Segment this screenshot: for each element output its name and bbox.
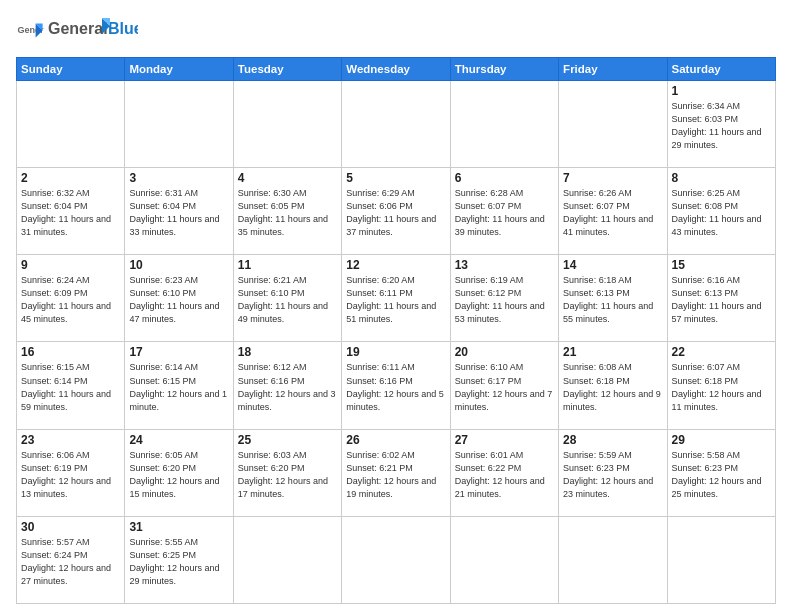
day-info: Sunrise: 6:10 AMSunset: 6:17 PMDaylight:… [455, 361, 554, 413]
table-row: 18Sunrise: 6:12 AMSunset: 6:16 PMDayligh… [233, 342, 341, 429]
col-saturday: Saturday [667, 58, 775, 81]
day-number: 3 [129, 171, 228, 185]
col-friday: Friday [559, 58, 667, 81]
table-row: 8Sunrise: 6:25 AMSunset: 6:08 PMDaylight… [667, 168, 775, 255]
day-info: Sunrise: 6:26 AMSunset: 6:07 PMDaylight:… [563, 187, 662, 239]
day-number: 22 [672, 345, 771, 359]
day-info: Sunrise: 6:14 AMSunset: 6:15 PMDaylight:… [129, 361, 228, 413]
svg-text:General: General [48, 20, 108, 37]
day-info: Sunrise: 6:16 AMSunset: 6:13 PMDaylight:… [672, 274, 771, 326]
table-row: 17Sunrise: 6:14 AMSunset: 6:15 PMDayligh… [125, 342, 233, 429]
day-info: Sunrise: 5:58 AMSunset: 6:23 PMDaylight:… [672, 449, 771, 501]
table-row: 3Sunrise: 6:31 AMSunset: 6:04 PMDaylight… [125, 168, 233, 255]
table-row: 29Sunrise: 5:58 AMSunset: 6:23 PMDayligh… [667, 429, 775, 516]
day-info: Sunrise: 6:23 AMSunset: 6:10 PMDaylight:… [129, 274, 228, 326]
day-info: Sunrise: 6:12 AMSunset: 6:16 PMDaylight:… [238, 361, 337, 413]
table-row: 27Sunrise: 6:01 AMSunset: 6:22 PMDayligh… [450, 429, 558, 516]
table-row: 15Sunrise: 6:16 AMSunset: 6:13 PMDayligh… [667, 255, 775, 342]
table-row [342, 516, 450, 603]
day-info: Sunrise: 6:24 AMSunset: 6:09 PMDaylight:… [21, 274, 120, 326]
day-info: Sunrise: 6:29 AMSunset: 6:06 PMDaylight:… [346, 187, 445, 239]
table-row: 12Sunrise: 6:20 AMSunset: 6:11 PMDayligh… [342, 255, 450, 342]
table-row: 11Sunrise: 6:21 AMSunset: 6:10 PMDayligh… [233, 255, 341, 342]
day-info: Sunrise: 6:03 AMSunset: 6:20 PMDaylight:… [238, 449, 337, 501]
day-info: Sunrise: 6:34 AMSunset: 6:03 PMDaylight:… [672, 100, 771, 152]
day-info: Sunrise: 6:02 AMSunset: 6:21 PMDaylight:… [346, 449, 445, 501]
day-number: 17 [129, 345, 228, 359]
table-row: 2Sunrise: 6:32 AMSunset: 6:04 PMDaylight… [17, 168, 125, 255]
table-row: 16Sunrise: 6:15 AMSunset: 6:14 PMDayligh… [17, 342, 125, 429]
day-number: 15 [672, 258, 771, 272]
day-info: Sunrise: 6:06 AMSunset: 6:19 PMDaylight:… [21, 449, 120, 501]
day-number: 12 [346, 258, 445, 272]
day-info: Sunrise: 6:05 AMSunset: 6:20 PMDaylight:… [129, 449, 228, 501]
col-thursday: Thursday [450, 58, 558, 81]
day-number: 26 [346, 433, 445, 447]
day-number: 23 [21, 433, 120, 447]
table-row [125, 81, 233, 168]
col-sunday: Sunday [17, 58, 125, 81]
day-number: 2 [21, 171, 120, 185]
day-number: 6 [455, 171, 554, 185]
svg-text:Blue: Blue [108, 20, 138, 37]
day-info: Sunrise: 5:59 AMSunset: 6:23 PMDaylight:… [563, 449, 662, 501]
day-info: Sunrise: 6:30 AMSunset: 6:05 PMDaylight:… [238, 187, 337, 239]
table-row: 13Sunrise: 6:19 AMSunset: 6:12 PMDayligh… [450, 255, 558, 342]
page: General General Blue [0, 0, 792, 612]
table-row: 19Sunrise: 6:11 AMSunset: 6:16 PMDayligh… [342, 342, 450, 429]
day-number: 5 [346, 171, 445, 185]
day-info: Sunrise: 6:15 AMSunset: 6:14 PMDaylight:… [21, 361, 120, 413]
day-number: 1 [672, 84, 771, 98]
col-wednesday: Wednesday [342, 58, 450, 81]
logo: General General Blue [16, 12, 138, 51]
day-info: Sunrise: 6:32 AMSunset: 6:04 PMDaylight:… [21, 187, 120, 239]
table-row [559, 81, 667, 168]
day-number: 18 [238, 345, 337, 359]
table-row: 26Sunrise: 6:02 AMSunset: 6:21 PMDayligh… [342, 429, 450, 516]
table-row: 14Sunrise: 6:18 AMSunset: 6:13 PMDayligh… [559, 255, 667, 342]
table-row [233, 516, 341, 603]
day-info: Sunrise: 5:57 AMSunset: 6:24 PMDaylight:… [21, 536, 120, 588]
day-info: Sunrise: 6:19 AMSunset: 6:12 PMDaylight:… [455, 274, 554, 326]
table-row: 9Sunrise: 6:24 AMSunset: 6:09 PMDaylight… [17, 255, 125, 342]
table-row [17, 81, 125, 168]
table-row: 5Sunrise: 6:29 AMSunset: 6:06 PMDaylight… [342, 168, 450, 255]
table-row: 1Sunrise: 6:34 AMSunset: 6:03 PMDaylight… [667, 81, 775, 168]
day-info: Sunrise: 6:11 AMSunset: 6:16 PMDaylight:… [346, 361, 445, 413]
table-row [559, 516, 667, 603]
table-row: 30Sunrise: 5:57 AMSunset: 6:24 PMDayligh… [17, 516, 125, 603]
calendar-header-row: Sunday Monday Tuesday Wednesday Thursday… [17, 58, 776, 81]
day-number: 14 [563, 258, 662, 272]
table-row: 25Sunrise: 6:03 AMSunset: 6:20 PMDayligh… [233, 429, 341, 516]
day-info: Sunrise: 6:28 AMSunset: 6:07 PMDaylight:… [455, 187, 554, 239]
calendar-table: Sunday Monday Tuesday Wednesday Thursday… [16, 57, 776, 604]
col-monday: Monday [125, 58, 233, 81]
day-number: 28 [563, 433, 662, 447]
day-info: Sunrise: 5:55 AMSunset: 6:25 PMDaylight:… [129, 536, 228, 588]
day-info: Sunrise: 6:20 AMSunset: 6:11 PMDaylight:… [346, 274, 445, 326]
day-number: 9 [21, 258, 120, 272]
table-row: 4Sunrise: 6:30 AMSunset: 6:05 PMDaylight… [233, 168, 341, 255]
day-info: Sunrise: 6:18 AMSunset: 6:13 PMDaylight:… [563, 274, 662, 326]
day-number: 13 [455, 258, 554, 272]
day-number: 24 [129, 433, 228, 447]
table-row: 7Sunrise: 6:26 AMSunset: 6:07 PMDaylight… [559, 168, 667, 255]
day-number: 21 [563, 345, 662, 359]
day-number: 20 [455, 345, 554, 359]
table-row [667, 516, 775, 603]
table-row: 6Sunrise: 6:28 AMSunset: 6:07 PMDaylight… [450, 168, 558, 255]
general-blue-logo-icon: General [16, 18, 44, 46]
day-number: 4 [238, 171, 337, 185]
table-row [342, 81, 450, 168]
table-row: 31Sunrise: 5:55 AMSunset: 6:25 PMDayligh… [125, 516, 233, 603]
table-row [450, 81, 558, 168]
table-row: 10Sunrise: 6:23 AMSunset: 6:10 PMDayligh… [125, 255, 233, 342]
day-number: 19 [346, 345, 445, 359]
day-info: Sunrise: 6:25 AMSunset: 6:08 PMDaylight:… [672, 187, 771, 239]
logo-text: General Blue [48, 12, 138, 51]
day-number: 11 [238, 258, 337, 272]
day-number: 31 [129, 520, 228, 534]
table-row: 24Sunrise: 6:05 AMSunset: 6:20 PMDayligh… [125, 429, 233, 516]
table-row: 22Sunrise: 6:07 AMSunset: 6:18 PMDayligh… [667, 342, 775, 429]
day-number: 29 [672, 433, 771, 447]
